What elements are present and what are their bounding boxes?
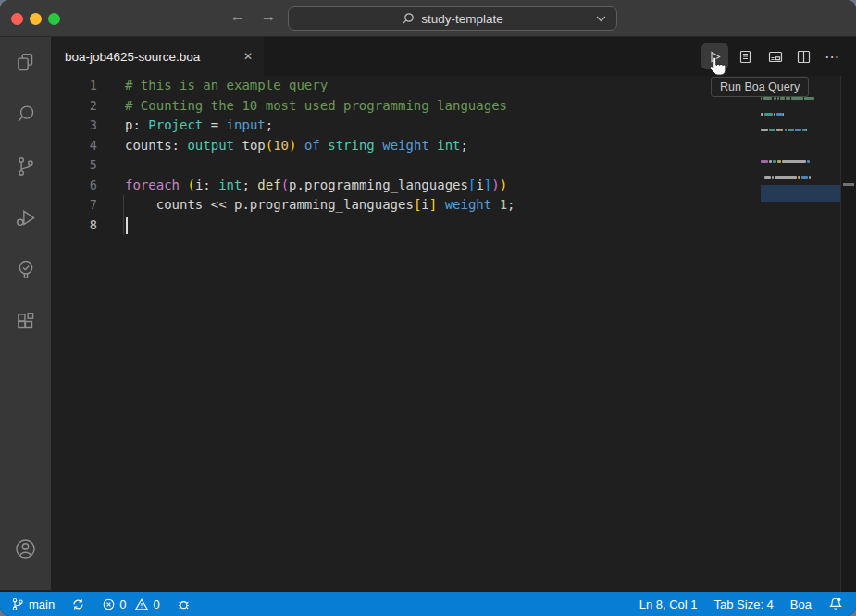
code-line[interactable]: # this is an example query <box>125 76 515 96</box>
minimap-line <box>761 160 840 163</box>
cursor-position-text: Ln 8, Col 1 <box>639 598 698 611</box>
line-number: 3 <box>51 116 97 136</box>
code-line[interactable] <box>125 216 515 236</box>
tab-size-indicator[interactable]: Tab Size: 4 <box>714 598 774 611</box>
cursor-position-mark <box>843 183 854 186</box>
minimap-slider[interactable] <box>761 185 840 202</box>
code-line[interactable]: counts << p.programming_languages[i] wei… <box>125 195 515 216</box>
sidebar-item-run-and-debug[interactable] <box>0 194 51 242</box>
sidebar-item-source-control[interactable] <box>0 142 51 191</box>
split-editor-icon <box>796 49 812 65</box>
zoom-window-button[interactable] <box>48 13 60 25</box>
line-number: 4 <box>51 136 97 156</box>
close-window-button[interactable] <box>11 13 23 25</box>
line-number: 7 <box>51 195 97 216</box>
split-editor-button[interactable] <box>790 43 817 69</box>
cursor-position-indicator[interactable]: Ln 8, Col 1 <box>639 598 698 611</box>
branch-icon <box>11 598 24 611</box>
language-mode-text: Boa <box>790 598 812 611</box>
tab-boa-source[interactable]: boa-job4625-source.boa ✕ <box>51 37 264 76</box>
editor-gutter: 12345678 <box>51 76 97 235</box>
warning-count: 0 <box>153 598 159 611</box>
tab-title: boa-job4625-source.boa <box>65 50 236 64</box>
account-icon <box>13 536 38 561</box>
debug-console-button[interactable] <box>177 598 191 611</box>
chevron-down-icon[interactable] <box>596 16 606 22</box>
more-actions-button[interactable]: ⋯ <box>819 43 846 69</box>
code-editor[interactable]: 12345678 # this is an example query# Cou… <box>51 76 856 592</box>
code-line[interactable]: # Counting the 10 most used programming … <box>125 96 515 117</box>
account-button[interactable] <box>0 524 51 573</box>
sidebar-item-search[interactable] <box>0 91 51 139</box>
title-bar: ← → study-template <box>0 0 856 37</box>
line-number: 2 <box>51 96 97 117</box>
line-number: 8 <box>51 216 97 236</box>
notifications-button[interactable] <box>828 597 843 611</box>
run-debug-icon <box>14 206 38 230</box>
open-preview-button[interactable] <box>762 43 788 69</box>
minimize-window-button[interactable] <box>30 13 42 25</box>
bug-icon <box>177 598 191 611</box>
sync-icon <box>71 598 85 611</box>
command-center-search[interactable]: study-template <box>288 6 617 31</box>
mouse-pointer-hand <box>707 55 727 81</box>
back-button[interactable]: ← <box>227 7 249 26</box>
notebook-icon <box>738 49 753 65</box>
minimap[interactable] <box>761 76 840 224</box>
files-icon <box>14 51 38 75</box>
code-line[interactable]: counts: output top(10) of string weight … <box>125 136 515 156</box>
sync-button[interactable] <box>71 598 85 611</box>
problems-indicator[interactable]: 0 0 <box>102 598 159 611</box>
indent-guide <box>123 195 124 235</box>
branch-indicator[interactable]: main <box>11 598 55 611</box>
status-bar: main 0 0 Ln 8, Col 1 Tab Size: 4 <box>0 592 856 616</box>
text-cursor <box>126 217 128 234</box>
minimap-line <box>761 176 840 179</box>
close-tab-icon[interactable]: ✕ <box>243 50 253 63</box>
line-number: 1 <box>51 76 97 96</box>
notebook-button[interactable] <box>732 43 759 69</box>
activity-bar <box>0 37 51 590</box>
warnings-icon <box>134 598 149 611</box>
minimap-line <box>761 97 840 100</box>
code-line[interactable]: foreach (i: int; def(p.programming_langu… <box>125 176 515 196</box>
overview-ruler[interactable] <box>840 76 856 592</box>
forward-button[interactable]: → <box>257 7 279 26</box>
line-number: 5 <box>51 155 97 176</box>
tab-size-text: Tab Size: 4 <box>714 598 774 611</box>
search-icon <box>14 103 38 127</box>
source-control-branch-icon <box>14 154 38 179</box>
minimap-line <box>761 113 840 116</box>
errors-icon <box>102 598 116 611</box>
preview-icon <box>767 49 784 65</box>
bell-icon <box>828 597 843 611</box>
command-center-value: study-template <box>421 12 503 26</box>
error-count: 0 <box>119 598 126 611</box>
minimap-line <box>761 129 840 131</box>
code-line[interactable]: p: Project = input; <box>125 116 515 136</box>
vscode-window: ← → study-template <box>0 0 856 616</box>
search-icon <box>402 12 415 25</box>
sidebar-item-extensions[interactable] <box>0 298 51 346</box>
sidebar-item-explorer[interactable] <box>0 39 51 87</box>
branch-name: main <box>29 598 55 611</box>
tree-check-icon <box>14 258 38 282</box>
language-mode-indicator[interactable]: Boa <box>790 598 812 611</box>
code-line[interactable] <box>125 155 515 176</box>
code-area[interactable]: # this is an example query# Counting the… <box>125 76 515 235</box>
line-number: 6 <box>51 176 97 196</box>
sidebar-item-testing[interactable] <box>0 246 51 294</box>
extensions-icon <box>14 310 38 334</box>
